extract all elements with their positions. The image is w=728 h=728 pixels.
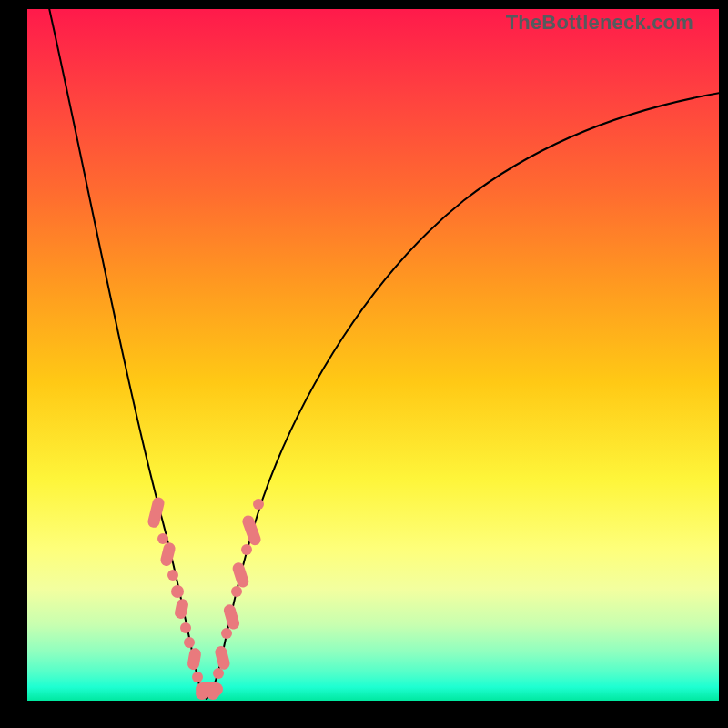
chart-plot-area: [27, 9, 719, 701]
